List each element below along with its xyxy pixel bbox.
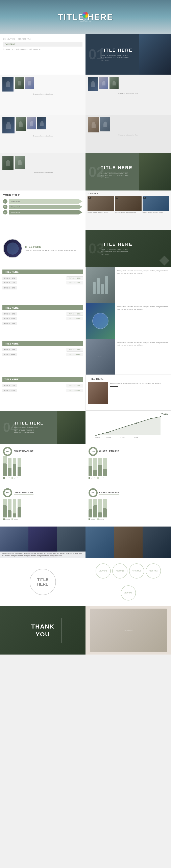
legend2-item2: option02 <box>97 477 104 479</box>
section1-slide: 01 TITLE HERE ADD YOUR TEXT HERE,ADD YOU… <box>85 34 171 74</box>
tc3-value1: TITLE IS HERE <box>66 348 83 351</box>
bar3-g3 <box>13 499 16 518</box>
section2-slide: 02 TITLE HERE ADD YOUR TEXT HERE,ADD YOU… <box>85 153 171 190</box>
bar2-g4-light <box>103 458 107 469</box>
circle-5-text: YOUR TITLE <box>124 592 132 594</box>
person-photo-1 <box>2 77 13 92</box>
chart4-legend: option01 option02 <box>88 519 168 520</box>
person-row-3 <box>2 117 83 133</box>
yt-large-line2: HERE <box>37 582 48 587</box>
three-col-grid: 01 Add your text here, write your text h… <box>87 196 169 213</box>
circle-4-text: YOUR TITLE <box>149 570 158 572</box>
legend1-label1: option01 <box>5 477 10 478</box>
col-3: 03 Add your text here, write your text h… <box>143 196 169 213</box>
yt-img-slide: TITLE HERE Explain your profile, write y… <box>85 375 171 411</box>
person-photo-10 <box>37 117 47 129</box>
col-1: 01 Add your text here, write your text h… <box>87 196 114 213</box>
diamond-shape <box>160 256 169 266</box>
bar-g3 <box>13 458 16 476</box>
profile-content: Explain your profile, write your text he… <box>110 382 161 404</box>
bar3-g2-l <box>8 499 11 510</box>
person-14 <box>15 156 25 170</box>
tc1-row1: TITLE IS HERE TITLE IS HERE <box>2 276 83 280</box>
col-cap-2: Add your text here, write your text here <box>115 212 141 213</box>
profile-text: Explain your profile, write your text he… <box>110 382 161 384</box>
tc4-header: TITLE HERE <box>2 377 83 382</box>
tc2-value1: TITLE IS HERE <box>66 312 83 316</box>
persons2-caption: Character Introduction Here <box>88 92 169 94</box>
bar3-g1-l <box>3 499 7 505</box>
person-3 <box>25 77 34 92</box>
three-col-heading: YOUR TITLE <box>87 192 169 194</box>
legend3-dot1 <box>3 519 5 520</box>
row-7: TITLE HERE Explain your solution, write … <box>0 230 171 267</box>
img-desc2-photo <box>86 303 115 339</box>
tc2-slide: TITLE HERE TITLE IS HERE TITLE IS HERE T… <box>0 303 85 339</box>
chart2-slide: 75% CHART HEADLINE <box>85 444 171 485</box>
img-desc1-photo <box>86 267 115 303</box>
tc2-row2: TITLE IS HERE TITLE IS HERE <box>2 317 83 320</box>
logo-icon <box>83 12 88 18</box>
legend4-label1: option01 <box>91 519 95 520</box>
tc1-label1: TITLE IS HERE <box>2 277 17 280</box>
thankyou-text: THANK YOU <box>31 622 54 638</box>
yt-large-slide: TITLE HERE <box>0 558 85 606</box>
toc-num-5: 05 <box>29 48 32 51</box>
person-photo-8 <box>16 117 26 131</box>
arrow-text-3: Write your text <box>11 212 20 213</box>
bar2-g3-dark <box>98 465 102 476</box>
person-row-4 <box>88 117 169 132</box>
city-content: TITLE HERE Explain your solution, write … <box>25 245 77 252</box>
line-chart-peak: 77.12% <box>161 413 168 415</box>
person-9 <box>27 117 36 133</box>
chart2-header-row: 75% CHART HEADLINE <box>88 447 168 456</box>
tc3-row1: TITLE IS HERE TITLE IS HERE <box>2 348 83 351</box>
person-11 <box>88 117 99 132</box>
chart1-heading: CHART HEADLINE <box>14 450 33 453</box>
tc4-value1: TITLE IS HERE <box>66 384 83 388</box>
bar3-g4-l <box>18 499 21 507</box>
gallery2-img2 <box>114 527 142 558</box>
thankyou-img: background <box>90 609 167 652</box>
circle-3: YOUR TITLE <box>129 563 144 579</box>
tc2-label1: TITLE IS HERE <box>2 312 17 315</box>
thankyou-line2: YOU <box>31 630 54 638</box>
chart2-legend: option01 option02 <box>88 477 168 479</box>
arrow-num-1: 01 <box>3 199 7 204</box>
line-chart-slide: 77.12% 22.36% 34.12% 53.25% 63.0% <box>85 411 171 444</box>
tc1-value2: TITLE IS HERE <box>66 281 83 284</box>
legend4-item1: option01 <box>88 519 95 520</box>
circle-1: YOUR TITLE <box>95 563 111 579</box>
bar4-g1 <box>88 499 92 518</box>
tc1-header: TITLE HERE <box>2 270 83 274</box>
row-15: Write your text here, write your text he… <box>0 527 171 558</box>
row-5: Character Introduction Here 02 TITLE HER… <box>0 153 171 190</box>
img-desc3-p: Write your title here, write your text h… <box>117 341 168 346</box>
tc2-value2: TITLE IS HERE <box>66 317 83 320</box>
chart3-slide: 55% CHART HEADLINE <box>0 485 85 527</box>
tc3-label1: TITLE IS HERE <box>2 348 17 351</box>
section2-desc: ADD YOUR TEXT HERE,ADD YOUR TEXT HERE,AD… <box>101 172 129 179</box>
tc2-label3: TITLE IS HERE <box>2 322 17 326</box>
chart2-circle-val: 75% <box>91 451 94 452</box>
row-9: TITLE HERE TITLE IS HERE TITLE IS HERE T… <box>0 303 171 339</box>
arrow-num-2: 02 <box>3 205 7 209</box>
chart3-bars <box>3 499 83 518</box>
arrow-shape-1: Write your text <box>9 199 83 204</box>
gallery2-img3 <box>143 527 171 558</box>
bar2-g4-dark <box>103 469 107 476</box>
person-photo-5 <box>99 77 108 89</box>
row-13: 60% CHART HEADLINE <box>0 444 171 485</box>
persons4-slide: Character Introduction Here <box>85 115 171 153</box>
bar4-g1-d <box>88 509 92 518</box>
yt1-heading: YOUR TITLE <box>3 193 83 197</box>
bar4-g4-l <box>103 499 107 508</box>
legend2-label2: option02 <box>99 477 104 478</box>
thankyou-right: background <box>85 606 171 654</box>
bar-g4 <box>18 458 21 476</box>
bar4-dark <box>18 467 21 476</box>
thankyou-slide: THANK YOU <box>0 606 85 654</box>
section1-title: TITLE HERE <box>101 48 133 53</box>
tc1-label3: TITLE IS HERE <box>2 286 17 289</box>
circle-2: YOUR TITLE <box>112 563 127 579</box>
